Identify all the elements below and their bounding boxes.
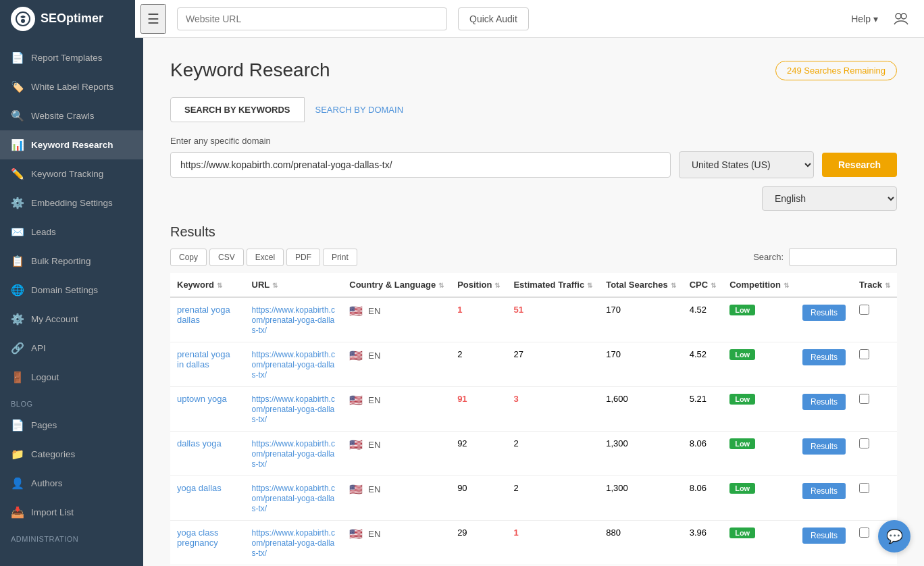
- sidebar-item-categories[interactable]: 📁Categories: [0, 440, 143, 469]
- sidebar-item-website-crawls[interactable]: 🔍Website Crawls: [0, 101, 143, 130]
- results-button[interactable]: Results: [802, 394, 846, 410]
- input-row: United States (US)United Kingdom (UK)Can…: [170, 151, 897, 178]
- icon-embedding-settings: ⚙️: [11, 197, 24, 209]
- svg-point-1: [21, 19, 25, 23]
- sidebar-item-my-account[interactable]: ⚙️My Account: [0, 305, 143, 334]
- table-btn-csv[interactable]: CSV: [209, 249, 244, 266]
- cell-url: https://www.kopabirth.com/prenatal-yoga-…: [245, 387, 343, 432]
- country-select[interactable]: United States (US)United Kingdom (UK)Can…: [679, 151, 814, 178]
- url-link[interactable]: https://www.kopabirth.com/prenatal-yoga-…: [252, 484, 335, 513]
- icon-logout: 🚪: [11, 371, 24, 384]
- lang-code: EN: [368, 484, 380, 494]
- sidebar-item-embedding-settings[interactable]: ⚙️Embedding Settings: [0, 188, 143, 217]
- sidebar-item-authors[interactable]: 👤Authors: [0, 469, 143, 498]
- table-btn-excel[interactable]: Excel: [247, 249, 284, 266]
- results-button[interactable]: Results: [802, 483, 846, 499]
- chat-bubble[interactable]: 💬: [878, 520, 910, 552]
- icon-categories: 📁: [11, 448, 24, 461]
- track-checkbox[interactable]: [859, 483, 869, 493]
- lang-cell: 🇺🇸EN: [349, 483, 444, 496]
- table-btn-pdf[interactable]: PDF: [286, 249, 320, 266]
- icon-authors: 👤: [11, 477, 24, 490]
- lang-cell: 🇺🇸EN: [349, 349, 444, 362]
- hamburger-button[interactable]: ☰: [140, 4, 166, 34]
- sidebar-label-white-label-reports: White Label Reports: [31, 82, 113, 92]
- table-btn-copy[interactable]: Copy: [170, 249, 207, 266]
- competition-badge: Low: [729, 483, 755, 494]
- results-button[interactable]: Results: [802, 349, 846, 365]
- icon-website-crawls: 🔍: [11, 109, 24, 122]
- cell-position: 29: [451, 521, 507, 565]
- cell-total-searches: 1,300: [599, 476, 683, 521]
- nav-right: Help ▾: [851, 7, 913, 31]
- cell-keyword: prenatal yoga in dallas: [170, 342, 245, 387]
- col-url: URL⇅: [245, 273, 343, 297]
- sidebar-item-keyword-tracking[interactable]: ✏️Keyword Tracking: [0, 159, 143, 188]
- icon-keyword-research: 📊: [11, 138, 24, 151]
- track-checkbox[interactable]: [859, 305, 869, 315]
- cell-competition: Low: [723, 387, 796, 432]
- lang-code: EN: [368, 395, 380, 405]
- sidebar-label-website-crawls: Website Crawls: [31, 111, 95, 121]
- sidebar-label-import-list: Import List: [31, 507, 74, 517]
- position-value: 92: [457, 438, 467, 448]
- searches-remaining-badge: 249 Searches Remaining: [775, 61, 897, 80]
- sidebar: 📄Report Templates🏷️White Label Reports🔍W…: [0, 38, 143, 566]
- sidebar-item-import-list[interactable]: 📥Import List: [0, 498, 143, 527]
- sidebar-item-domain-settings[interactable]: 🌐Domain Settings: [0, 276, 143, 305]
- track-checkbox[interactable]: [859, 528, 869, 538]
- tab-search-by-domain[interactable]: SEARCH BY DOMAIN: [305, 97, 415, 122]
- url-link[interactable]: https://www.kopabirth.com/prenatal-yoga-…: [252, 439, 335, 469]
- sidebar-label-api: API: [31, 343, 46, 353]
- cell-keyword: yoga class pregnancy: [170, 521, 245, 565]
- keyword-link[interactable]: dallas yoga: [177, 438, 222, 448]
- cell-url: https://www.kopabirth.com/prenatal-yoga-…: [245, 521, 343, 565]
- position-value: 2: [457, 349, 462, 359]
- url-link[interactable]: https://www.kopabirth.com/prenatal-yoga-…: [252, 528, 335, 558]
- track-checkbox[interactable]: [859, 349, 869, 359]
- cell-url: https://www.kopabirth.com/prenatal-yoga-…: [245, 297, 343, 342]
- keyword-link[interactable]: prenatal yoga in dallas: [177, 349, 230, 369]
- results-button[interactable]: Results: [802, 305, 846, 321]
- sidebar-item-leads[interactable]: ✉️Leads: [0, 217, 143, 247]
- sidebar-item-logout[interactable]: 🚪Logout: [0, 363, 143, 392]
- results-button[interactable]: Results: [802, 438, 846, 455]
- research-button[interactable]: Research: [822, 153, 897, 177]
- url-link[interactable]: https://www.kopabirth.com/prenatal-yoga-…: [252, 394, 335, 424]
- track-checkbox[interactable]: [859, 394, 869, 404]
- cell-competition: Low: [723, 297, 796, 342]
- cell-total-searches: 170: [599, 342, 683, 387]
- page-title: Keyword Research: [170, 59, 330, 81]
- keyword-link[interactable]: prenatal yoga dallas: [177, 305, 230, 325]
- cell-position: 2: [451, 342, 507, 387]
- user-icon[interactable]: [889, 7, 913, 31]
- sidebar-label-keyword-tracking: Keyword Tracking: [31, 169, 103, 179]
- domain-input[interactable]: [170, 152, 671, 178]
- sidebar-item-keyword-research[interactable]: 📊Keyword Research: [0, 130, 143, 159]
- sidebar-item-report-templates[interactable]: 📄Report Templates: [0, 43, 143, 72]
- competition-badge: Low: [729, 394, 755, 405]
- website-url-input[interactable]: [177, 7, 447, 30]
- cell-total-searches: 880: [599, 521, 683, 565]
- results-button[interactable]: Results: [802, 528, 846, 544]
- help-button[interactable]: Help ▾: [851, 14, 878, 24]
- url-link[interactable]: https://www.kopabirth.com/prenatal-yoga-…: [252, 350, 335, 380]
- sidebar-label-keyword-research: Keyword Research: [31, 140, 113, 150]
- cell-url: https://www.kopabirth.com/prenatal-yoga-…: [245, 476, 343, 521]
- sidebar-item-api[interactable]: 🔗API: [0, 334, 143, 363]
- keyword-link[interactable]: yoga class pregnancy: [177, 528, 218, 548]
- sidebar-item-bulk-reporting[interactable]: 📋Bulk Reporting: [0, 247, 143, 276]
- table-search-input[interactable]: [789, 248, 897, 266]
- language-select[interactable]: EnglishSpanishFrenchGerman: [762, 186, 897, 211]
- table-btn-print[interactable]: Print: [323, 249, 357, 266]
- sidebar-item-white-label-reports[interactable]: 🏷️White Label Reports: [0, 72, 143, 101]
- flag-icon: 🇺🇸: [349, 483, 363, 496]
- keyword-link[interactable]: uptown yoga: [177, 394, 227, 404]
- keyword-link[interactable]: yoga dallas: [177, 483, 222, 493]
- url-link[interactable]: https://www.kopabirth.com/prenatal-yoga-…: [252, 305, 335, 335]
- track-checkbox[interactable]: [859, 438, 869, 448]
- results-title: Results: [170, 224, 897, 240]
- sidebar-item-pages[interactable]: 📄Pages: [0, 411, 143, 440]
- tab-search-by-keywords[interactable]: SEARCH BY KEYWORDS: [170, 97, 305, 122]
- quick-audit-button[interactable]: Quick Audit: [458, 7, 529, 30]
